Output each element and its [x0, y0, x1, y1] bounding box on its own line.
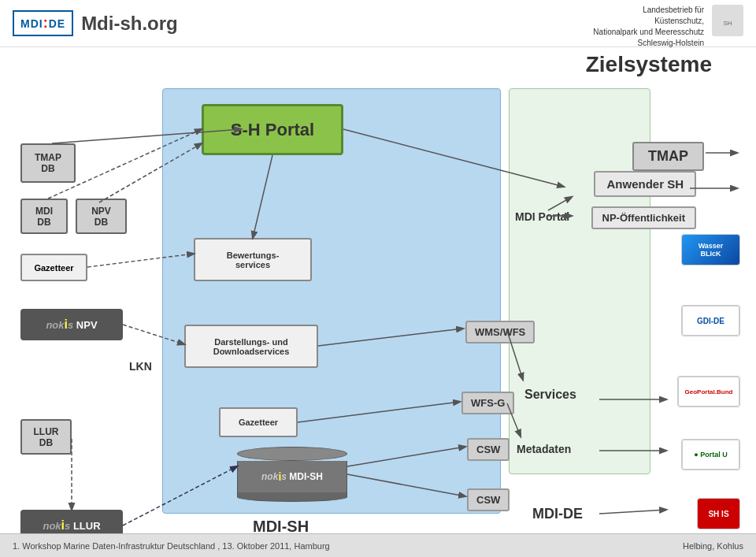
site-title: Mdi-sh.org [81, 13, 178, 35]
np-offentlichkeit-box: NP-Öffentlichkeit [591, 206, 696, 229]
metadaten-label: Metadaten [517, 443, 571, 455]
right-zone [509, 88, 650, 474]
sh-coat-of-arms: SH [712, 5, 743, 36]
gazetteer-left-box: Gazetteer [20, 254, 87, 281]
llur-db-box: LLUR DB [20, 419, 72, 455]
header: MDI:DE Mdi-sh.org Landesbetrieb für Küst… [0, 0, 756, 47]
lkn-label: LKN [129, 360, 152, 373]
mdi-de-logo: MDI:DE [13, 10, 73, 36]
tmap-right-box: TMAP [632, 142, 704, 171]
footer-workshop-text: 1. Workshop Marine Daten-Infrastruktur D… [13, 541, 330, 551]
sh-portal-box: S-H Portal [202, 104, 343, 155]
csw-top-box: CSW [467, 438, 510, 461]
header-right: Landesbetrieb für Küstenschutz, National… [593, 5, 743, 49]
gazetteer-blue-box: Gazetteer [219, 407, 298, 437]
portal-u-logo: ● Portal U [681, 439, 740, 470]
wms-wfs-box: WMS/WFS [465, 321, 535, 343]
anwender-sh-box: Anwender SH [594, 171, 696, 197]
mdi-portal-label: MDI Portal [515, 210, 569, 223]
org-text: Landesbetrieb für Küstenschutz, National… [593, 5, 704, 49]
logo-area: MDI:DE Mdi-sh.org [13, 10, 178, 36]
gdi-de-logo: GDI-DE [681, 305, 740, 336]
svg-line-17 [599, 510, 666, 514]
geoportal-bund-logo: GeoPortal.Bund [677, 376, 740, 407]
nokis-mdish-cylinder: nokis MDI-SH [237, 447, 347, 502]
diagram: TMAP TMAP DB MDI DB NPV DB LLUR DB S-H P… [13, 80, 743, 545]
wfs-g-box: WFS-G [461, 392, 514, 414]
footer-author: Helbing, Kohlus [683, 541, 743, 551]
sh-is-logo: SH IS [697, 498, 740, 529]
tmap-db-box: TMAP DB [20, 143, 76, 183]
nokis-npv-box: nokis NPV [20, 309, 123, 340]
darstellung-box: Darstellungs- und Downloadservices [184, 325, 318, 368]
svg-text:SH: SH [723, 20, 732, 27]
bewertungsservices-box: Bewertungs- services [194, 238, 312, 281]
mdi-db-box: MDI DB [20, 199, 68, 234]
wasser-blick-logo: WasserBLIcK [681, 234, 740, 266]
csw-bottom-box: CSW [467, 488, 510, 511]
main-area: Zielsysteme TMAP TMAP DB MDI DB NPV DB L… [0, 47, 756, 545]
zielsysteme-title: Zielsysteme [13, 52, 712, 77]
npv-db-box: NPV DB [76, 199, 127, 234]
mdi-de-label: MDI-DE [532, 506, 583, 522]
footer: 1. Workshop Marine Daten-Infrastruktur D… [0, 533, 756, 557]
services-label: Services [524, 388, 576, 402]
